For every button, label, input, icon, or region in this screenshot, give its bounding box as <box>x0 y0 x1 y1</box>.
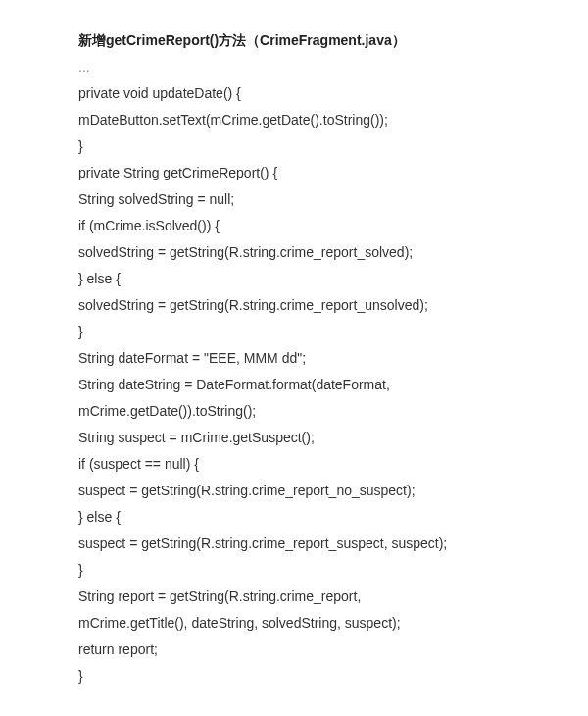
code-line: } <box>78 557 568 584</box>
code-line: mCrime.getDate()).toString(); <box>78 398 568 425</box>
code-line: String report = getString(R.string.crime… <box>78 584 568 610</box>
code-line: String solvedString = null; <box>78 186 568 213</box>
code-line: solvedString = getString(R.string.crime_… <box>78 292 568 319</box>
code-line: String suspect = mCrime.getSuspect(); <box>78 425 568 451</box>
code-line: suspect = getString(R.string.crime_repor… <box>78 478 568 504</box>
code-line: suspect = getString(R.string.crime_repor… <box>78 531 568 557</box>
code-line: mCrime.getTitle(), dateString, solvedStr… <box>78 610 568 637</box>
code-line: } else { <box>78 266 568 292</box>
code-line: return report; <box>78 637 568 663</box>
code-listing: 新增getCrimeReport()方法（CrimeFragment.java）… <box>0 0 588 716</box>
code-line: solvedString = getString(R.string.crime_… <box>78 239 568 266</box>
code-line: private void updateDate() { <box>78 80 568 107</box>
code-line: String dateFormat = "EEE, MMM dd"; <box>78 345 568 372</box>
code-line: } else { <box>78 504 568 531</box>
code-line: ... <box>78 54 568 80</box>
code-line: mDateButton.setText(mCrime.getDate().toS… <box>78 107 568 133</box>
code-line: } <box>78 133 568 160</box>
listing-title: 新增getCrimeReport()方法（CrimeFragment.java） <box>78 27 568 54</box>
code-line: } <box>78 319 568 345</box>
code-line: if (mCrime.isSolved()) { <box>78 213 568 239</box>
code-line: private String getCrimeReport() { <box>78 160 568 186</box>
code-line: } <box>78 663 568 690</box>
code-line: String dateString = DateFormat.format(da… <box>78 372 568 398</box>
code-line: if (suspect == null) { <box>78 451 568 478</box>
